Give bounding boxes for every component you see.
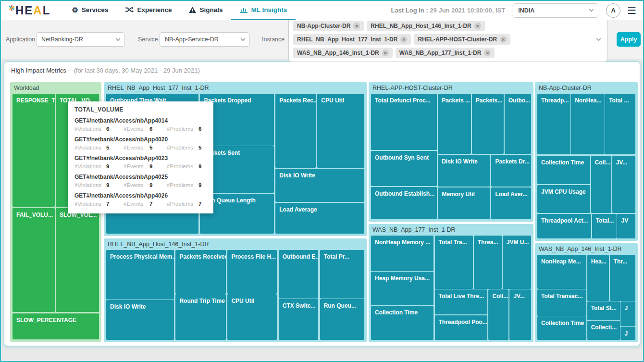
treemap-tile[interactable]: Process File H... xyxy=(227,250,277,294)
tooltip-stat-label: #Problems xyxy=(167,126,198,132)
logo-letter: E xyxy=(25,4,33,17)
tooltip-endpoint: GET#/netbank/Access/nbApp4020 xyxy=(74,136,207,143)
treemap-tile[interactable]: Load Aver... xyxy=(491,187,531,219)
treemap-tile[interactable]: Load Average xyxy=(275,203,364,234)
main-nav: ⚙ Services Experience Signals xyxy=(63,1,296,20)
treemap-tile[interactable]: Total Tra... xyxy=(435,236,473,289)
nav-item-label: ML Insights xyxy=(251,6,287,13)
treemap-tile[interactable]: Total Live Thre... xyxy=(435,289,488,314)
treemap-tile[interactable]: Total ... xyxy=(605,94,635,154)
treemap-tile[interactable]: Thr... xyxy=(610,255,635,301)
logo-text: HEAL xyxy=(15,4,50,17)
instance-chip: RHEL_NB_App_Host_177_Inst_1-DR× xyxy=(293,34,411,45)
treemap-tile[interactable]: Outbound Syn Sent xyxy=(371,151,437,186)
treemap-tile[interactable]: Total... xyxy=(592,214,617,238)
application-select[interactable]: NetBanking-DR xyxy=(36,32,125,47)
treemap-tile[interactable]: CPU Util xyxy=(227,294,277,340)
tooltip-endpoint: GET#/netbank/Access/nbApp4025 xyxy=(74,174,207,180)
chip-label: RHEL_NB_App_Host_146_Inst_1-DR xyxy=(371,23,471,29)
treemap-tile[interactable]: Collecti... xyxy=(587,321,620,340)
treemap-tile[interactable]: Coll... xyxy=(591,156,612,213)
treemap-tile[interactable]: Memory Util xyxy=(438,187,490,219)
treemap-tile[interactable]: RESPONSE_T... xyxy=(12,94,55,207)
treemap-tile[interactable]: Outbound E... xyxy=(279,250,319,299)
treemap-tile[interactable]: JVM CPU Usage xyxy=(537,185,590,213)
chip-remove-icon[interactable]: × xyxy=(474,23,481,29)
instance-chip: WAS_NB_App_177_Inst_1-DR× xyxy=(396,48,495,58)
service-select[interactable]: NB-App-Service-DR xyxy=(160,32,250,47)
treemap-tile[interactable]: JV xyxy=(617,214,635,238)
nav-item-experience[interactable]: Experience xyxy=(117,1,180,20)
tooltip-stat-value: 7 xyxy=(149,201,167,207)
metric-tooltip: TOTAL_VOLUME GET#/netbank/Access/nbApp40… xyxy=(68,101,213,213)
chevron-down-icon xyxy=(116,36,121,41)
treemap-tile[interactable]: SLOW_VOL... xyxy=(56,208,99,312)
treemap-tile[interactable]: SLOW_PERCENTAGE xyxy=(12,313,99,339)
tooltip-stat-value: 9 xyxy=(106,163,124,169)
treemap-tile[interactable]: Threadpool Act... xyxy=(537,214,591,238)
tooltip-stat-label: #Violations xyxy=(74,201,106,207)
treemap-tile[interactable]: JV... xyxy=(612,156,635,213)
treemap-tile[interactable]: Heap Memory Usa... xyxy=(371,272,433,305)
avatar[interactable]: A xyxy=(606,3,620,18)
chip-remove-icon[interactable]: × xyxy=(500,36,507,43)
treemap-tile[interactable]: NonHeap Me... xyxy=(537,255,586,289)
tooltip-stat-label: #Problems xyxy=(167,163,198,169)
treemap-tile[interactable]: CTX Switc... xyxy=(279,299,319,340)
tooltip-row: GET#/netbank/Access/nbApp4014#Violations… xyxy=(74,117,207,132)
instance-chip: RHEL_NB_App_Host_146_Inst_1-DR× xyxy=(367,21,484,31)
treemap-tile[interactable]: Coll... xyxy=(488,289,508,340)
treemap-tile[interactable]: Outbo... xyxy=(505,94,531,154)
treemap-tile[interactable]: Collection Time xyxy=(537,316,586,340)
nav-item-services[interactable]: ⚙ Services xyxy=(63,1,117,20)
logo-letter: A xyxy=(33,4,42,17)
treemap-tile[interactable]: Outbound Establish... xyxy=(371,187,437,219)
treemap-tile[interactable]: Packets... xyxy=(472,94,504,154)
panel-body: NonHeap Me...Total Transac...Collection … xyxy=(537,255,635,340)
treemap-tile[interactable]: Packets Received xyxy=(175,250,226,294)
apply-button[interactable]: Apply xyxy=(617,32,641,47)
tooltip-endpoint: GET#/netbank/Access/nbApp4026 xyxy=(74,192,207,199)
treemap-tile[interactable]: Total St... xyxy=(587,301,620,320)
treemap-tile[interactable]: Round Trip Time xyxy=(175,294,226,340)
high-impact-metrics-card: High Impact Metrics - (for last 30 days,… xyxy=(4,62,640,346)
treemap-tile[interactable]: NonHea... xyxy=(571,94,605,154)
treemap-tile[interactable]: Disk IO Write xyxy=(275,169,364,202)
nav-item-ml-insights[interactable]: ML Insights xyxy=(231,1,296,20)
treemap-tile[interactable]: Total Pr... xyxy=(320,250,364,299)
treemap-tile[interactable]: Collection Time xyxy=(537,156,590,185)
treemap-tile[interactable]: Disk IO Write xyxy=(106,300,174,340)
treemap-tile[interactable]: Collection Time xyxy=(371,306,433,340)
treemap-tile[interactable]: Total Defunct Proc... xyxy=(371,94,437,150)
treemap-tile[interactable]: J xyxy=(620,301,635,326)
instance-multiselect[interactable]: NB-App-Cluster-DR×RHEL_NB_App_Host_146_I… xyxy=(288,17,607,62)
navbar-right: Last Log in : 29 Jun 2021 10:30:00, IST … xyxy=(391,3,643,18)
chip-remove-icon[interactable]: × xyxy=(400,36,407,43)
nav-item-signals[interactable]: Signals xyxy=(180,1,231,20)
treemap-tile[interactable]: JV... xyxy=(509,289,531,340)
treemap-tile[interactable]: Threadp... xyxy=(537,94,570,154)
treemap-tile[interactable]: Hea... xyxy=(587,255,609,301)
treemap-tile[interactable]: Packets Dr... xyxy=(491,155,531,187)
panel-body: Process Physical Mem...Disk IO WritePack… xyxy=(106,250,364,340)
chip-remove-icon[interactable]: × xyxy=(382,50,389,56)
treemap-tile[interactable]: NonHeap Memory ... xyxy=(371,236,433,271)
treemap-tile[interactable]: Disk IO Write xyxy=(438,155,490,187)
treemap-tile[interactable]: Packets Rec... xyxy=(275,94,316,168)
treemap-tile[interactable]: JVM U... xyxy=(503,236,531,289)
treemap-tile[interactable]: Packets ... xyxy=(438,94,471,154)
region-select[interactable]: INDIA xyxy=(512,3,599,18)
treemap-tile[interactable]: CPU Util xyxy=(317,94,364,168)
tooltip-stat-value: 6 xyxy=(106,126,124,132)
treemap-tile[interactable]: J xyxy=(620,327,635,340)
tooltip-stat-value: 6 xyxy=(198,126,207,132)
treemap-tile[interactable]: Run Queu... xyxy=(320,299,364,340)
chip-remove-icon[interactable]: × xyxy=(353,23,360,29)
treemap-tile[interactable]: Threadpool Poo... xyxy=(435,315,488,340)
hamburger-menu-icon[interactable]: ☰ xyxy=(627,5,636,15)
treemap-tile[interactable]: Total Transac... xyxy=(537,289,586,316)
treemap-tile[interactable]: FAIL_VOLU... xyxy=(12,208,55,312)
treemap-tile[interactable]: Threa... xyxy=(474,236,502,289)
treemap-tile[interactable]: Process Physical Mem... xyxy=(106,250,174,300)
chip-remove-icon[interactable]: × xyxy=(484,50,491,56)
